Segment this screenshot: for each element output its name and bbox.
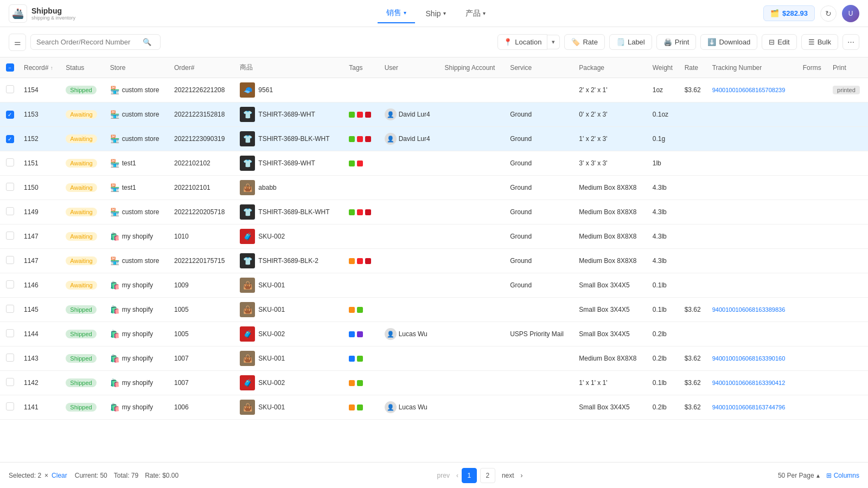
bottom-left: Selected: 2 × Clear Current: 50 Total: 7… <box>9 472 178 479</box>
cell-checkbox[interactable] <box>0 200 20 224</box>
prev-button[interactable]: prev <box>434 470 453 481</box>
cell-forms <box>799 200 828 224</box>
next-button[interactable]: next <box>499 470 518 481</box>
search-box[interactable]: 🔍 <box>30 34 161 50</box>
row-checkbox[interactable] <box>6 207 14 215</box>
per-page-chevron: ▴ <box>816 472 820 479</box>
page-1-button[interactable]: 1 <box>462 468 477 483</box>
rate-button[interactable]: 🏷️ Rate <box>564 34 604 50</box>
cell-checkbox[interactable] <box>0 371 20 395</box>
nav-tab-sales[interactable]: 销售 ▾ <box>378 4 415 23</box>
status-badge: Awaiting <box>66 256 97 265</box>
page-2-button[interactable]: 2 <box>480 468 495 483</box>
cell-service: Ground <box>506 249 575 273</box>
store-icon: 🛍️ <box>110 378 119 387</box>
cell-weight: 0.1lb <box>648 273 680 298</box>
row-checkbox[interactable] <box>6 232 14 240</box>
cell-print <box>828 102 868 127</box>
cell-record: 1145 <box>20 298 61 322</box>
row-checkbox[interactable]: ✓ <box>6 135 14 143</box>
cell-weight: 1oz <box>648 78 680 102</box>
filter-button[interactable]: ⚌ <box>9 34 26 51</box>
row-checkbox[interactable]: ✓ <box>6 111 14 119</box>
location-button[interactable]: 📍 Location <box>497 34 547 50</box>
download-button[interactable]: ⬇️ Download <box>700 34 757 50</box>
col-record[interactable]: Record# ↑ <box>20 57 61 78</box>
store-name: test1 <box>122 159 136 167</box>
per-page-button[interactable]: 50 Per Page ▴ <box>778 472 820 479</box>
edit-button[interactable]: ⊟ Edit <box>762 34 796 50</box>
tracking-link[interactable]: 94001001060681633898​36 <box>712 306 786 313</box>
row-checkbox[interactable] <box>6 256 14 264</box>
row-checkbox[interactable] <box>6 305 14 313</box>
print-button[interactable]: 🖨️ Print <box>656 34 697 50</box>
cell-print <box>828 127 868 151</box>
cell-user <box>380 151 441 176</box>
status-badge: Awaiting <box>66 208 97 216</box>
columns-button[interactable]: ⊞ Columns <box>826 472 859 479</box>
logo-subtitle: shipping & inventory <box>31 15 75 21</box>
product-image: 👜 <box>240 180 255 195</box>
clear-button[interactable]: Clear <box>52 472 67 479</box>
cell-checkbox[interactable] <box>0 346 20 371</box>
cell-checkbox[interactable] <box>0 298 20 322</box>
tracking-link[interactable]: 94001001060681657082​39 <box>712 87 786 93</box>
cell-checkbox[interactable] <box>0 322 20 346</box>
store-icon: 🏪 <box>110 110 119 119</box>
cell-checkbox[interactable] <box>0 249 20 273</box>
avatar[interactable]: U <box>842 5 859 22</box>
nav-tab-ship[interactable]: Ship ▾ <box>417 4 455 23</box>
cell-forms <box>799 176 828 200</box>
status-badge: Awaiting <box>66 281 97 290</box>
more-button[interactable]: ⋯ <box>843 34 859 50</box>
next-chevron[interactable]: › <box>521 472 523 479</box>
row-checkbox[interactable] <box>6 85 14 93</box>
cell-weight: 0.2lb <box>648 322 680 346</box>
refresh-button[interactable]: ↻ <box>820 5 837 22</box>
row-checkbox[interactable] <box>6 280 14 288</box>
cell-shipping-account <box>441 273 506 298</box>
location-caret-button[interactable]: ▾ <box>547 35 560 49</box>
col-checkbox[interactable]: − <box>0 57 20 78</box>
cell-checkbox[interactable] <box>0 151 20 176</box>
row-checkbox[interactable] <box>6 402 14 410</box>
row-checkbox[interactable] <box>6 329 14 337</box>
col-shipping-account: Shipping Account <box>441 57 506 78</box>
cell-rate <box>680 200 708 224</box>
cell-user <box>380 224 441 249</box>
col-tags: Tags <box>344 57 380 78</box>
cell-tags <box>344 151 380 176</box>
cell-user <box>380 298 441 322</box>
cell-order: 2022102101 <box>170 176 235 200</box>
row-checkbox[interactable] <box>6 378 14 386</box>
cell-order: 20221220205718 <box>170 200 235 224</box>
cell-checkbox[interactable] <box>0 78 20 102</box>
row-checkbox[interactable] <box>6 183 14 191</box>
cell-checkbox[interactable] <box>0 176 20 200</box>
search-input[interactable] <box>36 38 139 46</box>
cell-tracking <box>708 127 799 151</box>
cell-checkbox[interactable] <box>0 395 20 420</box>
header-checkbox[interactable]: − <box>6 63 14 72</box>
prev-chevron[interactable]: ‹ <box>456 472 458 479</box>
cell-checkbox[interactable]: ✓ <box>0 102 20 127</box>
tracking-link[interactable]: 94001001060681633904​12 <box>712 380 786 386</box>
cell-user <box>380 249 441 273</box>
balance-button[interactable]: 🗂️ $282.93 <box>763 5 815 21</box>
tracking-link[interactable]: 94001001060681633901​60 <box>712 355 786 362</box>
cell-checkbox[interactable] <box>0 273 20 298</box>
row-checkbox[interactable] <box>6 354 14 362</box>
cell-checkbox[interactable]: ✓ <box>0 127 20 151</box>
cell-tracking <box>708 249 799 273</box>
label-button[interactable]: 🗒️ Label <box>609 34 652 50</box>
tracking-link[interactable]: 94001001060681637447​96 <box>712 404 786 410</box>
nav-tab-products[interactable]: 产品 ▾ <box>457 4 494 23</box>
bulk-button[interactable]: ☰ Bulk <box>801 34 838 50</box>
cell-package: Medium Box 8X8X8 <box>575 176 648 200</box>
cell-forms <box>799 395 828 420</box>
cell-package: Small Box 3X4X5 <box>575 322 648 346</box>
cell-checkbox[interactable] <box>0 224 20 249</box>
cell-weight: 0.1g <box>648 127 680 151</box>
row-checkbox[interactable] <box>6 158 14 166</box>
store-name: custom store <box>122 86 159 94</box>
